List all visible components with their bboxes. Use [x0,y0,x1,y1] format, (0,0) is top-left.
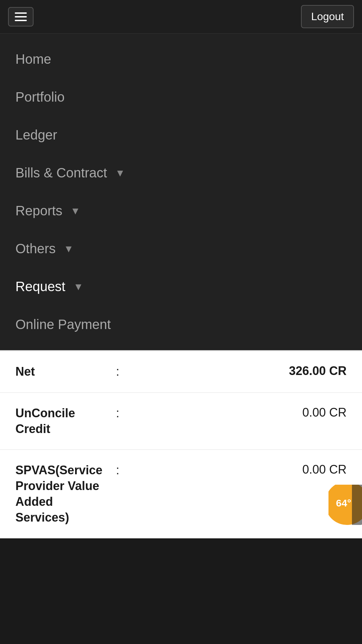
sidebar-nav: Home Portfolio Ledger Bills & Contract ▼… [0,34,362,350]
net-value: 326.00 CR [289,364,347,378]
table-row: UnConcile Credit : 0.00 CR [0,393,362,450]
sidebar-item-reports[interactable]: Reports ▼ [0,192,362,230]
table-row: SPVAS(Service Provider Value Added Servi… [0,450,362,538]
sidebar-item-label: Home [15,52,51,67]
sidebar-item-label: Portfolio [15,90,65,105]
sidebar-item-portfolio[interactable]: Portfolio [0,78,362,116]
sidebar-item-label: Bills & Contract [15,165,107,180]
fab-label: 64° [336,497,351,509]
sidebar-item-label: Reports [15,203,62,218]
chevron-down-icon: ▼ [115,167,125,179]
sidebar-item-online-payment[interactable]: Online Payment [0,306,362,343]
fab-button[interactable]: 64° [328,485,362,525]
fab-dark-overlay [352,485,362,525]
sidebar-item-home[interactable]: Home [0,40,362,78]
hamburger-line-1 [15,12,27,14]
table-row: Net : 326.00 CR [0,351,362,393]
sidebar-item-others[interactable]: Others ▼ [0,230,362,268]
net-label: Net [15,364,109,380]
sidebar-item-bills-contract[interactable]: Bills & Contract ▼ [0,154,362,192]
data-table: Net : 326.00 CR UnConcile Credit : 0.00 … [0,350,362,538]
logout-button[interactable]: Logout [301,5,354,28]
sidebar-item-label: Online Payment [15,317,111,332]
app-header: Logout [0,0,362,34]
sidebar-item-label: Request [15,279,65,294]
sidebar-item-label: Ledger [15,127,57,143]
sidebar-item-label: Others [15,241,56,256]
unconcile-credit-colon: : [116,406,129,420]
net-colon: : [116,364,129,379]
hamburger-button[interactable] [8,7,34,26]
spvas-value: 0.00 CR [302,463,347,477]
spvas-label: SPVAS(Service Provider Value Added Servi… [15,463,109,525]
sidebar-item-request[interactable]: Request ▼ [0,268,362,306]
unconcile-credit-value: 0.00 CR [302,406,347,420]
content-area: Net : 326.00 CR UnConcile Credit : 0.00 … [0,350,362,538]
chevron-down-icon: ▼ [64,243,74,255]
hamburger-line-3 [15,20,27,21]
fab-container: 64° [328,485,362,525]
spvas-colon: : [116,463,129,477]
sidebar-item-ledger[interactable]: Ledger [0,116,362,154]
unconcile-credit-label: UnConcile Credit [15,406,109,437]
hamburger-line-2 [15,16,27,17]
chevron-down-icon: ▼ [70,205,80,217]
chevron-down-icon: ▼ [73,281,83,292]
